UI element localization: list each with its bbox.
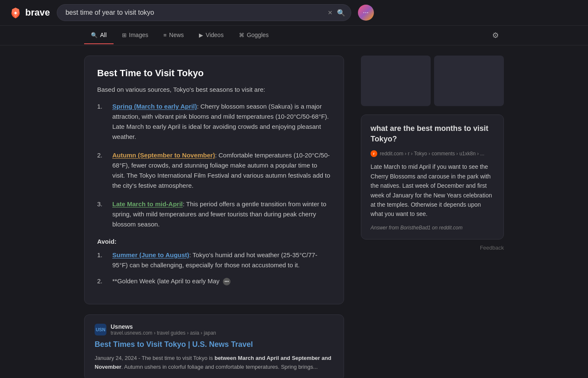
avoid-item-content: **Golden Week (late April to early May •… xyxy=(112,276,230,286)
feedback-row[interactable]: Feedback xyxy=(361,245,504,251)
right-column: what are the best months to visit Tokyo?… xyxy=(361,56,504,378)
tab-images-label: Images xyxy=(129,32,148,38)
menu-dots-icon: ··· xyxy=(363,9,368,16)
reddit-source-row: r reddit.com › r › Tokyo › comments › u1… xyxy=(371,150,494,157)
tab-news[interactable]: ≡ News xyxy=(156,27,191,44)
list-item: Spring (March to early April): Cherry bl… xyxy=(97,101,331,142)
avoid-list-item: Summer (June to August): Tokyo's humid a… xyxy=(97,250,331,270)
videos-icon: ▶ xyxy=(199,32,203,38)
images-icon: ⊞ xyxy=(122,32,127,38)
avoid-list-item: **Golden Week (late April to early May •… xyxy=(97,276,331,286)
list-item-content: Spring (March to early April): Cherry bl… xyxy=(112,101,331,142)
goggles-icon: ⌘ xyxy=(239,32,244,38)
ai-summary-intro: Based on various sources, Tokyo's best s… xyxy=(97,85,331,95)
tab-all[interactable]: 🔍 All xyxy=(84,27,114,44)
news-source-info: Usnews travel.usnews.com › travel guides… xyxy=(111,323,216,336)
news-source-row: USN Usnews travel.usnews.com › travel gu… xyxy=(95,323,334,336)
spring-highlight[interactable]: Spring (March to early April) xyxy=(112,103,197,110)
news-icon: ≡ xyxy=(163,32,167,38)
list-item: Late March to mid-April: This period off… xyxy=(97,199,331,229)
filter-button[interactable]: ⚙ xyxy=(487,26,504,45)
all-icon: 🔍 xyxy=(91,32,98,38)
search-input[interactable]: best time of year to visit tokyo xyxy=(57,4,351,21)
reddit-icon: r xyxy=(371,150,377,157)
news-result-card: USN Usnews travel.usnews.com › travel gu… xyxy=(84,314,344,378)
brand-name: brave xyxy=(25,7,50,18)
avoid-title: Avoid: xyxy=(97,238,331,245)
news-snippet: January 24, 2024 - The best time to visi… xyxy=(95,354,334,372)
news-title-link[interactable]: Best Times to Visit Tokyo | U.S. News Tr… xyxy=(95,339,334,350)
sidebar-image-2 xyxy=(434,56,504,106)
search-icon[interactable]: 🔍 xyxy=(337,9,345,17)
late-march-highlight[interactable]: Late March to mid-April xyxy=(112,200,183,208)
expand-button[interactable]: ••• xyxy=(223,278,230,285)
reddit-question: what are the best months to visit Tokyo? xyxy=(371,123,494,144)
autumn-highlight[interactable]: Autumn (September to November) xyxy=(112,152,215,159)
tab-all-label: All xyxy=(100,32,107,38)
news-favicon: USN xyxy=(95,324,106,335)
filter-icon: ⚙ xyxy=(492,31,499,40)
news-title-text: Best Times to Visit Tokyo | U.S. News Tr… xyxy=(95,340,253,349)
news-date: January 24, 2024 xyxy=(95,355,137,361)
news-source-name: Usnews xyxy=(111,323,216,330)
reddit-card: what are the best months to visit Tokyo?… xyxy=(361,114,504,240)
summer-highlight[interactable]: Summer (June to August) xyxy=(112,251,189,258)
favicon-text: USN xyxy=(95,327,105,332)
list-item-content: Late March to mid-April: This period off… xyxy=(112,199,331,229)
ai-summary-card: Best Time to Visit Tokyo Based on variou… xyxy=(84,56,344,304)
feedback-label: Feedback xyxy=(480,245,504,251)
tab-videos-label: Videos xyxy=(206,32,224,38)
avoid-section: Avoid: Summer (June to August): Tokyo's … xyxy=(97,238,331,286)
main-layout: Best Time to Visit Tokyo Based on variou… xyxy=(0,45,588,378)
search-bar-icons: ✕ 🔍 xyxy=(328,9,345,17)
tab-goggles[interactable]: ⌘ Goggles xyxy=(232,27,275,44)
brave-logo[interactable]: brave xyxy=(8,5,50,20)
reddit-attribution: Answer from BoristheBad1 on reddit.com xyxy=(371,225,494,231)
reddit-url: reddit.com › r › Tokyo › comments › u1xk… xyxy=(380,151,485,157)
ai-summary-title: Best Time to Visit Tokyo xyxy=(97,68,331,79)
clear-icon[interactable]: ✕ xyxy=(328,9,333,16)
left-column: Best Time to Visit Tokyo Based on variou… xyxy=(84,56,361,378)
tab-videos[interactable]: ▶ Videos xyxy=(192,27,230,44)
brave-menu-button[interactable]: ··· xyxy=(358,5,374,21)
ai-best-times-list: Spring (March to early April): Cherry bl… xyxy=(97,101,331,229)
news-source-url: travel.usnews.com › travel guides › asia… xyxy=(111,330,216,336)
tab-news-label: News xyxy=(169,32,184,38)
sidebar-images xyxy=(361,56,504,106)
avoid-item-content: Summer (June to August): Tokyo's humid a… xyxy=(112,250,331,270)
tab-images[interactable]: ⊞ Images xyxy=(115,27,155,44)
list-item: Autumn (September to November): Comforta… xyxy=(97,150,331,191)
list-item-content: Autumn (September to November): Comforta… xyxy=(112,150,331,191)
sidebar-image-1 xyxy=(361,56,431,106)
avoid-list: Summer (June to August): Tokyo's humid a… xyxy=(97,250,331,286)
nav-tabs: 🔍 All ⊞ Images ≡ News ▶ Videos ⌘ Goggles… xyxy=(0,26,588,45)
tab-goggles-label: Goggles xyxy=(247,32,269,38)
search-bar-wrapper: best time of year to visit tokyo ✕ 🔍 xyxy=(57,4,351,21)
header: brave best time of year to visit tokyo ✕… xyxy=(0,0,588,26)
reddit-answer: Late March to mid April if you want to s… xyxy=(371,162,494,218)
brave-lion-icon xyxy=(8,5,23,20)
